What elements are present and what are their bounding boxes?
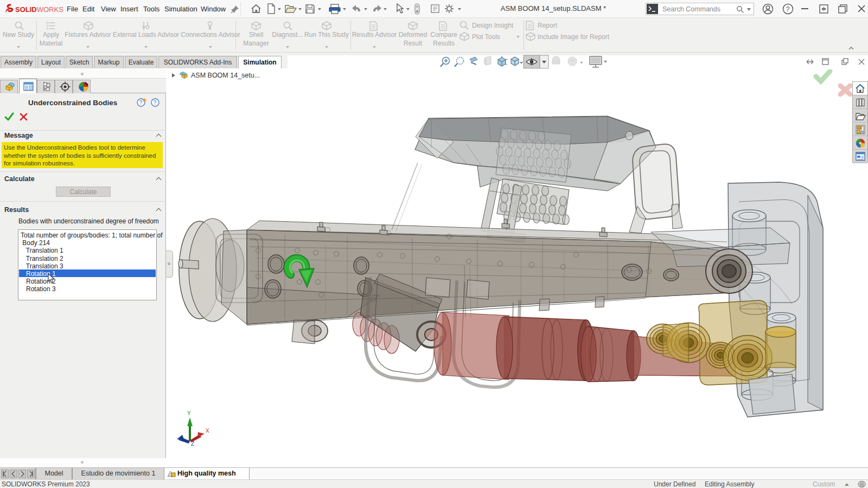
svg-text:?: ? bbox=[139, 99, 143, 106]
svg-text:?: ? bbox=[786, 5, 790, 13]
svg-text:?: ? bbox=[154, 99, 157, 106]
svg-text:Y: Y bbox=[187, 410, 191, 416]
svg-text:X: X bbox=[206, 428, 209, 434]
svg-text:Z: Z bbox=[191, 441, 194, 447]
svg-text:SOLIDWORKS: SOLIDWORKS bbox=[15, 5, 63, 14]
